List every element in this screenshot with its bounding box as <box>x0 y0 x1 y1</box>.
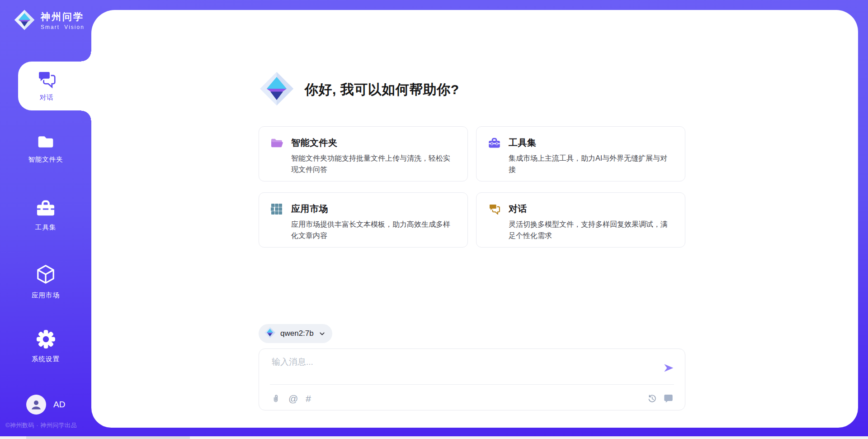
horizontal-scrollbar-track[interactable] <box>0 436 868 439</box>
sidebar-item-label: 工具集 <box>35 223 57 232</box>
feature-cards: 智能文件夹 智能文件夹功能支持批量文件上传与清洗，轻松实现文件问答 <box>259 126 685 248</box>
brand-name: 神州问学 <box>41 11 85 22</box>
app-root: { "brand": { "name": "神州问学", "subtitle":… <box>0 0 868 439</box>
gear-icon <box>36 329 56 351</box>
sidebar-item-toolset[interactable]: 工具集 <box>0 199 91 232</box>
send-button[interactable] <box>662 362 675 374</box>
greeting: 你好, 我可以如何帮助你? <box>259 71 459 109</box>
attachment-icon[interactable] <box>271 393 281 404</box>
chevron-down-icon <box>318 330 326 338</box>
card-title: 应用市场 <box>291 203 328 215</box>
model-selector[interactable]: qwen2:7b <box>259 324 332 343</box>
card-app-market[interactable]: 应用市场 应用市场提供丰富长文本模板，助力高效生成多样化文章内容 <box>259 192 468 248</box>
sidebar-item-app-market[interactable]: 应用市场 <box>0 264 91 300</box>
sidebar-item-settings[interactable]: 系统设置 <box>0 329 91 363</box>
card-description: 集成市场上主流工具，助力AI与外界无缝扩展与对接 <box>488 153 674 176</box>
card-title: 工具集 <box>509 137 537 149</box>
model-name: qwen2:7b <box>280 329 314 338</box>
chat-icon <box>488 203 500 215</box>
hashtag-icon[interactable]: # <box>306 394 311 403</box>
main-panel-content: 你好, 我可以如何帮助你? 智能文件夹 智能文件夹功能支持批量文件上传与清洗，轻… <box>91 10 858 428</box>
folder-icon <box>37 134 55 151</box>
card-description: 灵活切换多模型文件，支持多样回复效果调试，满足个性化需求 <box>488 219 674 242</box>
sidebar-item-smart-folder[interactable]: 智能文件夹 <box>0 134 91 164</box>
avatar <box>26 395 46 415</box>
message-input[interactable] <box>271 355 652 382</box>
sidebar-item-label: 智能文件夹 <box>28 155 63 164</box>
sidebar-item-label: 应用市场 <box>32 291 60 300</box>
card-description: 智能文件夹功能支持批量文件上传与清洗，轻松实现文件问答 <box>270 153 457 176</box>
brand-subtitle: Smart Vision <box>41 24 85 30</box>
history-icon[interactable] <box>647 393 657 404</box>
user-name: AD <box>53 400 65 410</box>
card-smart-folder[interactable]: 智能文件夹 智能文件夹功能支持批量文件上传与清洗，轻松实现文件问答 <box>259 126 468 181</box>
card-description: 应用市场提供丰富长文本模板，助力高效生成多样化文章内容 <box>270 219 457 242</box>
card-toolset[interactable]: 工具集 集成市场上主流工具，助力AI与外界无缝扩展与对接 <box>476 126 685 181</box>
card-title: 对话 <box>509 203 527 215</box>
horizontal-scrollbar-thumb[interactable] <box>26 436 190 439</box>
brand-logo: 神州问学 Smart Vision <box>14 9 85 33</box>
copyright-text: ©神州数码 · 神州问学出品 <box>5 421 91 429</box>
brand-diamond-icon <box>14 9 35 33</box>
assistant-diamond-icon <box>259 71 295 109</box>
model-diamond-icon <box>264 327 276 340</box>
feedback-chat-icon[interactable] <box>663 394 673 403</box>
composer-toolbar: @ # <box>271 389 673 408</box>
folder-open-icon <box>270 137 283 149</box>
card-title: 智能文件夹 <box>291 137 338 149</box>
mention-icon[interactable]: @ <box>288 394 298 403</box>
greeting-title: 你好, 我可以如何帮助你? <box>305 81 459 99</box>
user-account[interactable]: AD <box>26 395 65 415</box>
sidebar: 神州问学 Smart Vision 智能文件夹 工具集 <box>0 0 91 439</box>
toolbox-icon <box>36 199 55 219</box>
grid-icon <box>270 203 283 215</box>
cube-icon <box>36 264 55 287</box>
card-chat[interactable]: 对话 灵活切换多模型文件，支持多样回复效果调试，满足个性化需求 <box>476 192 685 248</box>
toolbox-icon <box>488 137 500 149</box>
message-composer: @ # <box>259 348 685 410</box>
composer-divider <box>270 384 674 385</box>
sidebar-item-label: 系统设置 <box>32 355 60 363</box>
